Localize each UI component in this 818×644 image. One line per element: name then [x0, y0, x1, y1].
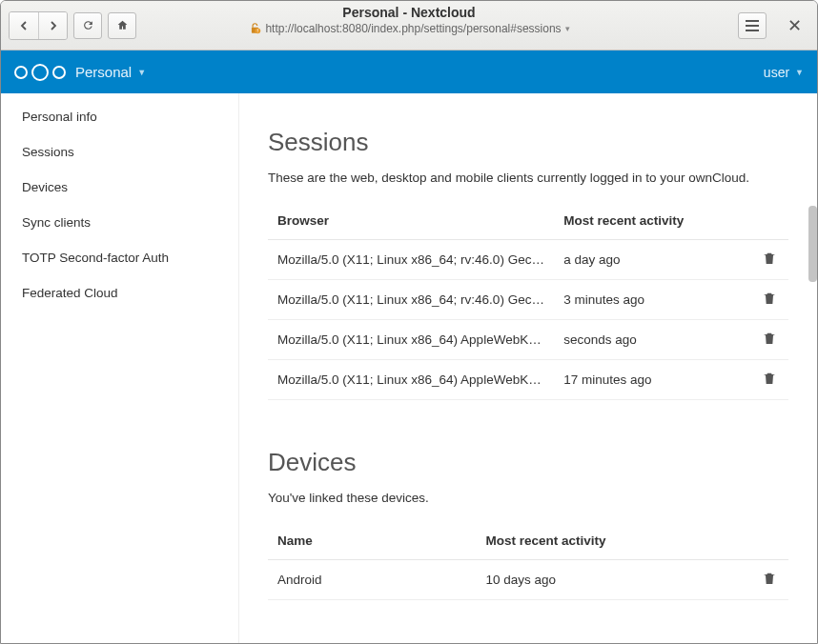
window-close-button[interactable]: ✕	[780, 11, 809, 40]
session-activity: 17 minutes ago	[554, 360, 750, 400]
table-row: Android10 days ago	[268, 560, 788, 600]
col-actions	[750, 522, 788, 560]
table-row: Mozilla/5.0 (X11; Linux x86_64; rv:46.0)…	[268, 240, 788, 280]
session-browser: Mozilla/5.0 (X11; Linux x86_64) AppleWeb…	[268, 320, 554, 360]
sidebar-item-label: Personal info	[22, 110, 97, 124]
address-area: Personal - Nextcloud http://localhost:80…	[248, 5, 569, 35]
col-actions	[750, 202, 788, 240]
sidebar-item-label: Devices	[22, 180, 68, 194]
content-area: Sessions These are the web, desktop and …	[239, 93, 817, 643]
session-activity: seconds ago	[554, 320, 750, 360]
sidebar-item-label: Federated Cloud	[22, 286, 118, 300]
device-name: Android	[268, 560, 476, 600]
sidebar-item-label: TOTP Second-factor Auth	[22, 251, 169, 265]
caret-down-icon: ▼	[795, 68, 804, 77]
sidebar-item-totp[interactable]: TOTP Second-factor Auth	[1, 240, 238, 275]
settings-sidebar: Personal info Sessions Devices Sync clie…	[1, 93, 239, 643]
session-activity: a day ago	[554, 240, 750, 280]
trash-icon[interactable]	[762, 331, 777, 346]
devices-heading: Devices	[268, 448, 788, 477]
sidebar-item-federated-cloud[interactable]: Federated Cloud	[1, 275, 238, 311]
url-text: http://localhost:8080/index.php/settings…	[265, 22, 561, 35]
trash-icon[interactable]	[762, 291, 777, 306]
dropdown-caret-icon[interactable]: ▾	[565, 24, 570, 33]
sidebar-item-sessions[interactable]: Sessions	[1, 134, 238, 170]
sessions-description: These are the web, desktop and mobile cl…	[268, 171, 788, 185]
devices-table: Name Most recent activity Android10 days…	[268, 522, 788, 600]
trash-icon[interactable]	[762, 571, 777, 586]
nextcloud-logo-icon[interactable]	[14, 64, 66, 81]
sidebar-item-label: Sync clients	[22, 215, 91, 230]
app-nav-label: Personal	[75, 64, 132, 80]
forward-button[interactable]	[38, 12, 67, 39]
reload-button[interactable]	[73, 12, 102, 39]
sidebar-item-personal-info[interactable]: Personal info	[1, 99, 238, 134]
device-activity: 10 days ago	[476, 560, 750, 600]
app-header: Personal ▼ user ▼	[1, 50, 817, 93]
browser-menu-button[interactable]	[738, 12, 767, 39]
sidebar-item-devices[interactable]: Devices	[1, 170, 238, 205]
table-row: Mozilla/5.0 (X11; Linux x86_64) AppleWeb…	[268, 360, 788, 400]
app-nav-dropdown[interactable]: Personal ▼	[75, 64, 146, 80]
nav-button-group	[9, 11, 68, 40]
session-browser: Mozilla/5.0 (X11; Linux x86_64; rv:46.0)…	[268, 280, 554, 320]
insecure-lock-icon	[248, 22, 261, 35]
scrollbar-thumb[interactable]	[808, 206, 817, 282]
back-button[interactable]	[10, 12, 38, 39]
col-activity: Most recent activity	[476, 522, 750, 560]
home-button[interactable]	[108, 12, 136, 39]
col-name: Name	[268, 522, 476, 560]
page-title: Personal - Nextcloud	[248, 5, 569, 20]
session-browser: Mozilla/5.0 (X11; Linux x86_64; rv:46.0)…	[268, 240, 554, 280]
col-browser: Browser	[268, 202, 554, 240]
trash-icon[interactable]	[762, 251, 777, 266]
devices-description: You've linked these devices.	[268, 491, 788, 505]
caret-down-icon: ▼	[137, 68, 146, 77]
trash-icon[interactable]	[762, 371, 777, 386]
browser-toolbar: Personal - Nextcloud http://localhost:80…	[1, 1, 817, 50]
user-menu[interactable]: user ▼	[764, 65, 804, 80]
sessions-heading: Sessions	[268, 128, 788, 157]
col-activity: Most recent activity	[554, 202, 750, 240]
url-bar[interactable]: http://localhost:8080/index.php/settings…	[248, 22, 569, 35]
sessions-table: Browser Most recent activity Mozilla/5.0…	[268, 202, 788, 400]
sidebar-item-sync-clients[interactable]: Sync clients	[1, 205, 238, 240]
session-browser: Mozilla/5.0 (X11; Linux x86_64) AppleWeb…	[268, 360, 554, 400]
table-row: Mozilla/5.0 (X11; Linux x86_64) AppleWeb…	[268, 320, 788, 360]
table-row: Mozilla/5.0 (X11; Linux x86_64; rv:46.0)…	[268, 280, 788, 320]
user-label: user	[764, 65, 789, 80]
sidebar-item-label: Sessions	[22, 145, 74, 159]
session-activity: 3 minutes ago	[554, 280, 750, 320]
